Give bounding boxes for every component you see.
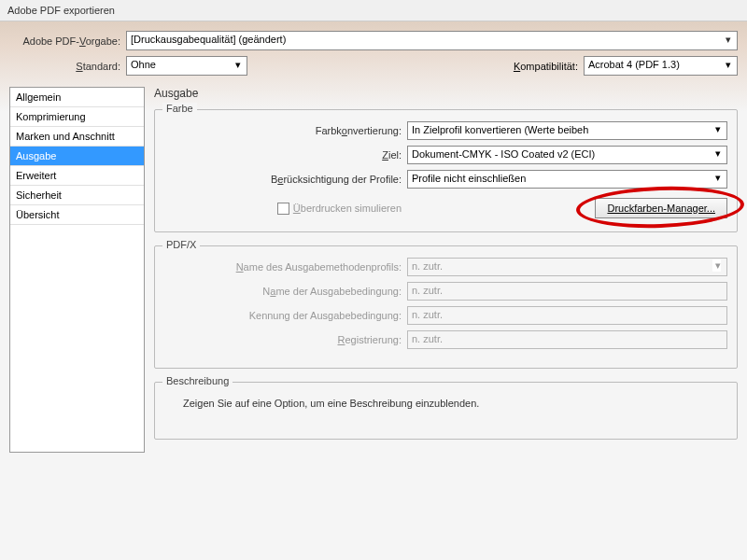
- destination-label: Ziel:: [164, 149, 407, 161]
- output-condition-id-input: n. zutr.: [407, 306, 727, 325]
- preset-select[interactable]: [Druckausgabequalität] (geändert): [126, 31, 738, 50]
- pdfx-group: PDF/X Name des Ausgabemethodenprofils: n…: [154, 245, 738, 369]
- color-conversion-label: Farbkonvertierung:: [164, 125, 407, 136]
- registry-label: Registrierung:: [164, 334, 407, 345]
- destination-select[interactable]: Dokument-CMYK - ISO Coated v2 (ECI): [407, 146, 727, 164]
- output-condition-id-label: Kennung der Ausgabebedingung:: [164, 310, 407, 321]
- standard-label: Standard:: [9, 61, 126, 72]
- sidebar-item-allgemein[interactable]: Allgemein: [10, 88, 144, 107]
- sidebar-item-komprimierung[interactable]: Komprimierung: [10, 107, 144, 127]
- compat-label: Kompatibilität:: [514, 61, 584, 72]
- ink-manager-label: Druckfarben-Manager...: [607, 203, 715, 214]
- output-profile-name-select: n. zutr.: [407, 258, 727, 276]
- preset-label: Adobe PDF-Vorgabe:: [9, 35, 126, 47]
- window-title: Adobe PDF exportieren: [7, 5, 115, 16]
- description-group: Beschreibung Zeigen Sie auf eine Option,…: [154, 382, 738, 440]
- pdfx-group-title: PDF/X: [162, 239, 200, 250]
- output-condition-name-label: Name der Ausgabebedingung:: [164, 286, 407, 297]
- sidebar-item-uebersicht[interactable]: Übersicht: [10, 205, 144, 225]
- sidebar-item-ausgabe[interactable]: Ausgabe: [10, 147, 144, 166]
- color-group-title: Farbe: [162, 103, 197, 114]
- output-profile-name-label: Name des Ausgabemethodenprofils:: [164, 261, 407, 273]
- window-titlebar: Adobe PDF exportieren: [0, 0, 747, 21]
- color-conversion-select[interactable]: In Zielprofil konvertieren (Werte beibeh: [407, 121, 727, 140]
- standard-select[interactable]: Ohne: [126, 56, 247, 76]
- simulate-overprint-label: Überdrucken simulieren: [293, 203, 402, 214]
- output-condition-name-input: n. zutr.: [407, 282, 727, 301]
- sidebar-item-erweitert[interactable]: Erweitert: [10, 166, 144, 186]
- compat-select[interactable]: Acrobat 4 (PDF 1.3): [584, 56, 738, 76]
- ink-manager-button[interactable]: Druckfarben-Manager...: [595, 198, 727, 218]
- category-sidebar: Allgemein Komprimierung Marken und Ansch…: [9, 87, 145, 453]
- profile-inclusion-select[interactable]: Profile nicht einschließen: [407, 170, 727, 189]
- color-group: Farbe Farbkonvertierung: In Zielprofil k…: [154, 109, 738, 232]
- registry-input: n. zutr.: [407, 330, 727, 349]
- panel-title: Ausgabe: [154, 87, 738, 100]
- description-group-title: Beschreibung: [162, 375, 233, 386]
- sidebar-item-sicherheit[interactable]: Sicherheit: [10, 186, 144, 205]
- description-text: Zeigen Sie auf eine Option, um eine Besc…: [164, 394, 727, 426]
- simulate-overprint-checkbox: [277, 203, 289, 215]
- sidebar-item-marken[interactable]: Marken und Anschnitt: [10, 127, 144, 147]
- profile-inclusion-label: Berücksichtigung der Profile:: [164, 174, 407, 185]
